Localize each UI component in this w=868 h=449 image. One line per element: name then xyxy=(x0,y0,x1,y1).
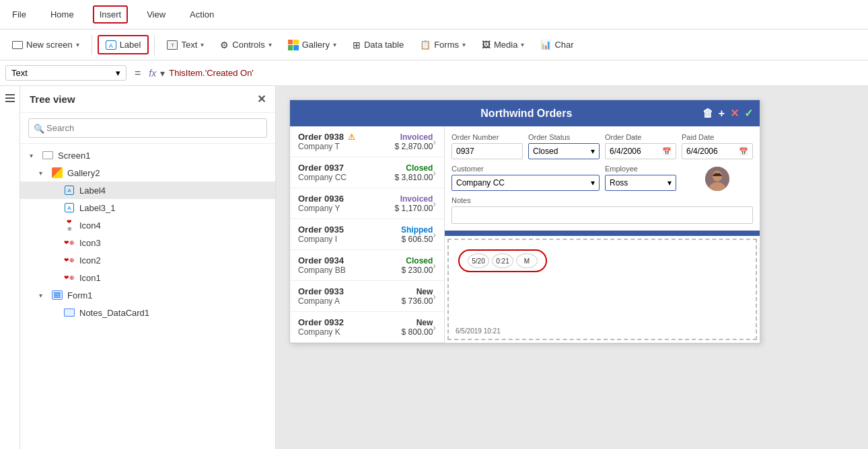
gallery-item-0933[interactable]: Order 0933 Company A New $ 736.00 › xyxy=(290,281,444,312)
add-icon[interactable]: + xyxy=(719,108,725,120)
order-0937-company: Company CC xyxy=(298,173,395,182)
label-button[interactable]: A Label xyxy=(98,35,149,54)
menu-file[interactable]: File xyxy=(7,7,32,22)
tree-item-label4[interactable]: A Label4 xyxy=(20,181,275,199)
gallery-item-0934[interactable]: Order 0934 Company BB Closed $ 230.00 › xyxy=(290,250,444,281)
order-0937-chevron: › xyxy=(433,167,436,178)
text-button[interactable]: T Text ▾ xyxy=(160,36,211,53)
tree-item-icon1[interactable]: ❤⊕ Icon1 xyxy=(20,269,275,286)
order-0934-amount: $ 230.00 xyxy=(402,266,433,275)
gallery-item-0932[interactable]: Order 0932 Company K New $ 800.00 › xyxy=(290,312,444,343)
gallery-item-0936[interactable]: Order 0936 Company Y Invoiced $ 1,170.00… xyxy=(290,188,444,219)
employee-label: Employee xyxy=(605,165,676,173)
icon4-tree-icon: ❤ ⊕ xyxy=(63,219,75,231)
notes-group: Notes xyxy=(451,196,753,224)
order-number-value[interactable]: 0937 xyxy=(451,143,523,159)
order-0935-chevron: › xyxy=(433,229,436,240)
tree-item-screen1[interactable]: ▾ Screen1 xyxy=(20,147,275,164)
order-date-value: 6/4/2006 xyxy=(610,147,641,156)
gallery-item-0937[interactable]: Order 0937 Company CC Closed $ 3,810.00 … xyxy=(290,157,444,188)
gallery-item-0938[interactable]: Order 0938 ⚠ Company T Invoiced $ 2,870.… xyxy=(290,126,444,157)
tree-item-icon3[interactable]: ❤⊕ Icon3 xyxy=(20,234,275,251)
property-chevron: ▾ xyxy=(116,68,120,78)
tree-item-icon4[interactable]: ❤ ⊕ Icon4 xyxy=(20,216,275,234)
employee-group: Employee Ross ▾ xyxy=(605,165,676,191)
tree-header: Tree view ✕ xyxy=(20,86,275,113)
employee-row: Ross ▾ xyxy=(605,175,676,191)
customer-chevron: ▾ xyxy=(591,178,595,188)
customer-label: Customer xyxy=(451,165,600,173)
menu-insert[interactable]: Insert xyxy=(93,5,129,24)
property-selector[interactable]: Text ▾ xyxy=(5,65,126,81)
order-status-dropdown[interactable]: Closed ▾ xyxy=(528,143,600,159)
menu-action[interactable]: Action xyxy=(184,7,219,22)
data-table-button[interactable]: ⊞ Data table xyxy=(346,36,410,54)
media-icon: 🖼 xyxy=(482,40,491,50)
order-status-group: Order Status Closed ▾ xyxy=(528,133,600,159)
gallery2-chevron: ▾ xyxy=(39,169,47,177)
order-number-label: Order Number xyxy=(451,133,523,141)
label-tree-icon-3-1: A xyxy=(63,202,75,214)
tree-item-form1[interactable]: ▾ Form1 xyxy=(20,286,275,304)
tree-item-notes-datacard1[interactable]: Notes_DataCard1 xyxy=(20,304,275,321)
employee-dropdown[interactable]: Ross ▾ xyxy=(605,175,676,191)
controls-button[interactable]: ⚙ Controls ▾ xyxy=(213,36,278,54)
screen-icon xyxy=(12,41,23,49)
order-status-chevron: ▾ xyxy=(591,147,595,156)
order-0936-company: Company Y xyxy=(298,204,395,213)
app-frame: Northwind Orders 🗑 + ✕ ✓ Order 09 xyxy=(289,99,760,343)
formula-input[interactable] xyxy=(169,68,863,78)
order-0934-status: Closed xyxy=(402,256,433,266)
gallery-item-0935[interactable]: Order 0935 Company I Shipped $ 606.50 › xyxy=(290,219,444,250)
order-0932-status: New xyxy=(402,318,433,327)
form-tree-icon xyxy=(51,289,63,301)
gallery-button[interactable]: Gallery ▾ xyxy=(281,36,343,54)
customer-dropdown[interactable]: Company CC ▾ xyxy=(451,175,600,191)
header-icons: 🗑 + ✕ ✓ xyxy=(702,107,753,120)
notes-input[interactable] xyxy=(451,206,753,224)
label-icon: A xyxy=(106,40,116,50)
menu-view[interactable]: View xyxy=(141,7,171,22)
order-0936-number: Order 0936 xyxy=(298,194,344,204)
order-0938-number: Order 0938 xyxy=(298,132,344,142)
order-0933-status: New xyxy=(402,287,433,296)
tree-item-gallery2[interactable]: ▾ Gallery2 xyxy=(20,164,275,181)
employee-photo xyxy=(705,167,729,191)
order-0935-status: Shipped xyxy=(401,225,433,235)
forms-button[interactable]: 📋 Forms ▾ xyxy=(413,36,472,53)
tree-item-label3-1[interactable]: A Label3_1 xyxy=(20,199,275,216)
confirm-icon[interactable]: ✓ xyxy=(744,107,753,120)
new-screen-button[interactable]: New screen ▾ xyxy=(5,36,86,53)
cancel-icon[interactable]: ✕ xyxy=(730,107,739,120)
order-0937-amount: $ 3,810.00 xyxy=(395,173,433,182)
date-timestamp: 6/5/2019 10:21 xyxy=(456,327,501,335)
employee-photo-group xyxy=(682,165,753,191)
app-title: Northwind Orders xyxy=(351,108,702,120)
formula-bar: Text ▾ = fx ▾ xyxy=(0,60,868,86)
tree-close-icon[interactable]: ✕ xyxy=(257,93,266,106)
notes-label: Notes xyxy=(451,196,753,204)
date-chips: 5/20 0:21 M xyxy=(458,249,547,272)
media-button[interactable]: 🖼 Media ▾ xyxy=(475,36,531,53)
tree-search-input[interactable] xyxy=(28,118,267,138)
detail-divider xyxy=(445,231,760,236)
order-0937-number: Order 0937 xyxy=(298,163,344,173)
app-body: Order 0938 ⚠ Company T Invoiced $ 2,870.… xyxy=(290,126,760,343)
order-0934-chevron: › xyxy=(433,260,436,271)
paid-date-calendar-icon: 📅 xyxy=(739,147,748,156)
order-0938-company: Company T xyxy=(298,142,395,151)
tree-item-icon2[interactable]: ❤⊕ Icon2 xyxy=(20,251,275,269)
sidebar-toggle[interactable] xyxy=(0,86,20,449)
order-0935-amount: $ 606.50 xyxy=(401,235,433,244)
gallery-chevron: ▾ xyxy=(333,41,336,48)
customer-value: Company CC xyxy=(456,178,505,188)
menu-home[interactable]: Home xyxy=(45,7,79,22)
paid-date-input[interactable]: 6/4/2006 📅 xyxy=(682,143,753,159)
delete-icon[interactable]: 🗑 xyxy=(702,108,713,120)
order-0932-number: Order 0932 xyxy=(298,317,344,327)
order-0934-number: Order 0934 xyxy=(298,255,344,266)
order-date-input[interactable]: 6/4/2006 📅 xyxy=(605,143,676,159)
chart-button[interactable]: 📊 Char xyxy=(534,36,580,53)
tree-content: ▾ Screen1 ▾ Gallery2 A Label4 xyxy=(20,144,275,449)
warning-icon-0938: ⚠ xyxy=(348,132,355,142)
